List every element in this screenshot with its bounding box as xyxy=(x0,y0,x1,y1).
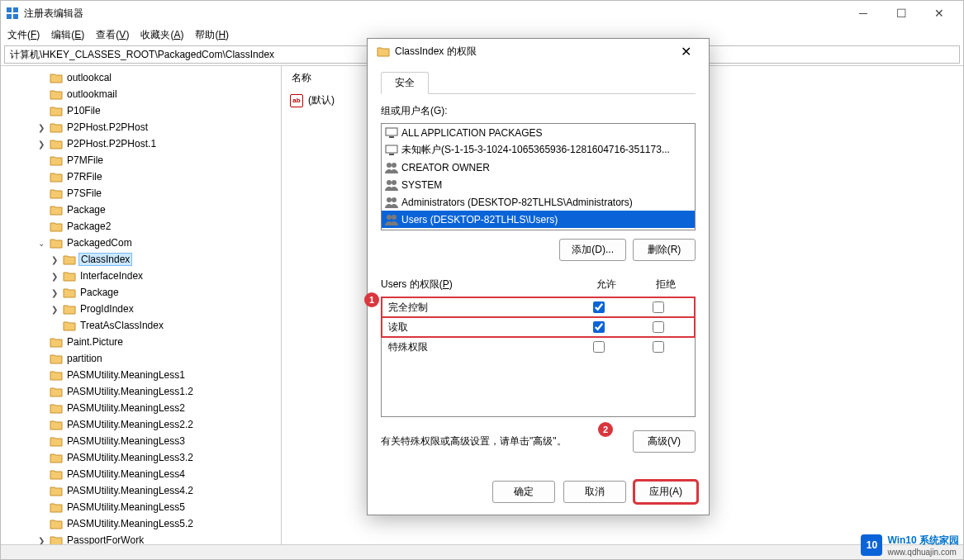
tree-item-pasmutility-meaningless3[interactable]: PASMUtility.MeaningLess3 xyxy=(2,433,279,449)
tree-item-paint-picture[interactable]: Paint.Picture xyxy=(2,334,279,350)
tree-item-label: Package xyxy=(78,287,121,298)
tree-item-passportforwork[interactable]: ❯PassportForWork xyxy=(2,532,279,544)
folder-icon xyxy=(50,519,63,529)
tree-item-p10file[interactable]: P10File xyxy=(2,102,279,119)
tree-item-treatasclassindex[interactable]: TreatAsClassIndex xyxy=(2,317,279,334)
user-list-item[interactable]: Administrators (DESKTOP-82TLHLS\Administ… xyxy=(382,193,695,211)
advanced-text: 有关特殊权限或高级设置，请单击"高级"。 xyxy=(381,434,626,448)
chevron-icon[interactable]: ❯ xyxy=(36,536,47,545)
chevron-icon[interactable]: ⌄ xyxy=(36,239,47,248)
svg-rect-1 xyxy=(13,7,18,12)
tree-item-pasmutility-meaningless1[interactable]: PASMUtility.MeaningLess1 xyxy=(2,367,279,383)
tree-item-label: outlookcal xyxy=(65,72,113,83)
chevron-icon[interactable]: ❯ xyxy=(49,255,60,264)
menu-item-3[interactable]: 收藏夹(A) xyxy=(140,28,183,42)
dialog-close-button[interactable]: ✕ xyxy=(669,40,702,63)
svg-point-13 xyxy=(392,197,397,202)
folder-icon xyxy=(50,155,63,166)
deny-checkbox[interactable] xyxy=(653,321,664,333)
tree-item-pasmutility-meaningless2[interactable]: PASMUtility.MeaningLess2 xyxy=(2,400,279,416)
folder-icon xyxy=(377,46,390,57)
maximize-button[interactable]: ☐ xyxy=(882,1,920,26)
user-list-item[interactable]: 未知帐户(S-1-15-3-1024-1065365936-1281604716… xyxy=(382,141,695,159)
chevron-icon[interactable]: ❯ xyxy=(49,305,60,314)
tree-item-interfaceindex[interactable]: ❯InterfaceIndex xyxy=(2,268,279,284)
minimize-button[interactable]: ─ xyxy=(844,1,882,26)
tree-item-partition[interactable]: partition xyxy=(2,350,279,367)
tree-item-package[interactable]: ❯Package xyxy=(2,284,279,301)
tree-item-pasmutility-meaningless5-2[interactable]: PASMUtility.MeaningLess5.2 xyxy=(2,515,279,532)
watermark: 10 Win10 系统家园 www.qdhuajin.com xyxy=(861,534,959,557)
annotation-badge-1: 1 xyxy=(364,292,379,307)
folder-icon xyxy=(50,387,63,397)
tree-item-label: P7RFile xyxy=(65,171,104,183)
allow-checkbox[interactable] xyxy=(593,321,605,333)
tree-item-p2phost-p2phost[interactable]: ❯P2PHost.P2PHost xyxy=(2,119,279,135)
deny-checkbox[interactable] xyxy=(653,341,664,353)
tab-security[interactable]: 安全 xyxy=(381,72,429,94)
svg-point-15 xyxy=(392,215,397,220)
cancel-button[interactable]: 取消 xyxy=(563,481,626,503)
tree-item-classindex[interactable]: ❯ClassIndex xyxy=(2,251,279,268)
user-list-label: Administrators (DESKTOP-82TLHLS\Administ… xyxy=(401,197,633,208)
remove-button[interactable]: 删除(R) xyxy=(633,239,696,261)
permissions-header: 1 Users 的权限(P) 允许 拒绝 xyxy=(381,278,696,292)
svg-rect-3 xyxy=(13,14,18,19)
svg-point-10 xyxy=(387,180,392,185)
user-list-item[interactable]: SYSTEM xyxy=(382,176,695,193)
chevron-icon[interactable]: ❯ xyxy=(36,123,47,132)
svg-rect-2 xyxy=(7,14,12,19)
folder-icon xyxy=(50,420,63,430)
tree-item-p7sfile[interactable]: P7SFile xyxy=(2,185,279,202)
tree-item-outlookcal[interactable]: outlookcal xyxy=(2,69,279,86)
deny-checkbox[interactable] xyxy=(653,301,664,313)
tree-item-p7mfile[interactable]: P7MFile xyxy=(2,152,279,168)
tree-item-pasmutility-meaningless4-2[interactable]: PASMUtility.MeaningLess4.2 xyxy=(2,482,279,499)
chevron-icon[interactable]: ❯ xyxy=(49,272,60,281)
tree-item-label: PASMUtility.MeaningLess4 xyxy=(65,468,187,480)
tree-item-p2phost-p2phost-1[interactable]: ❯P2PHost.P2PHost.1 xyxy=(2,135,279,152)
tree-item-pasmutility-meaningless2-2[interactable]: PASMUtility.MeaningLess2.2 xyxy=(2,416,279,433)
svg-point-8 xyxy=(387,163,392,168)
tree-item-progidindex[interactable]: ❯ProgIdIndex xyxy=(2,301,279,317)
folder-icon xyxy=(50,535,63,545)
status-bar xyxy=(1,544,963,559)
tree-item-p7rfile[interactable]: P7RFile xyxy=(2,168,279,185)
tree-item-pasmutility-meaningless5[interactable]: PASMUtility.MeaningLess5 xyxy=(2,499,279,515)
allow-checkbox[interactable] xyxy=(593,301,605,313)
folder-icon xyxy=(50,337,63,348)
menu-item-4[interactable]: 帮助(H) xyxy=(195,28,229,42)
folder-icon xyxy=(63,271,76,282)
ok-button[interactable]: 确定 xyxy=(492,481,555,503)
user-list-item[interactable]: CREATOR OWNER xyxy=(382,159,695,176)
add-button[interactable]: 添加(D)... xyxy=(559,239,626,261)
tree-item-label: Package2 xyxy=(65,221,112,232)
tree-pane[interactable]: outlookcaloutlookmailP10File❯P2PHost.P2P… xyxy=(1,66,282,544)
user-list-item[interactable]: Users (DESKTOP-82TLHLS\Users) xyxy=(382,211,695,228)
close-button[interactable]: ✕ xyxy=(920,1,958,26)
apply-button[interactable]: 应用(A) xyxy=(634,481,697,503)
tree-item-pasmutility-meaningless3-2[interactable]: PASMUtility.MeaningLess3.2 xyxy=(2,449,279,466)
tree-item-package2[interactable]: Package2 xyxy=(2,218,279,235)
chevron-icon[interactable]: ❯ xyxy=(36,140,47,149)
menu-item-0[interactable]: 文件(F) xyxy=(7,28,40,42)
tree-item-label: P2PHost.P2PHost xyxy=(65,121,150,133)
default-value-name: (默认) xyxy=(308,93,335,107)
menu-item-1[interactable]: 编辑(E) xyxy=(51,28,84,42)
menu-item-2[interactable]: 查看(V) xyxy=(96,28,129,42)
tree-item-pasmutility-meaningless4[interactable]: PASMUtility.MeaningLess4 xyxy=(2,466,279,482)
tree-item-outlookmail[interactable]: outlookmail xyxy=(2,86,279,102)
app-icon xyxy=(6,7,19,20)
folder-icon xyxy=(50,403,63,414)
allow-checkbox[interactable] xyxy=(593,341,605,353)
tree-item-pasmutility-meaningless1-2[interactable]: PASMUtility.MeaningLess1.2 xyxy=(2,383,279,400)
tree-item-packagedcom[interactable]: ⌄PackagedCom xyxy=(2,235,279,251)
advanced-button[interactable]: 高级(V) xyxy=(633,430,696,453)
user-list-item[interactable]: ALL APPLICATION PACKAGES xyxy=(382,124,695,141)
tree-item-package[interactable]: Package xyxy=(2,202,279,218)
dialog-title-bar: ClassIndex 的权限 ✕ xyxy=(368,39,709,64)
svg-point-9 xyxy=(392,163,397,168)
tree-item-label: Paint.Picture xyxy=(65,336,125,348)
chevron-icon[interactable]: ❯ xyxy=(49,288,60,297)
users-list[interactable]: ALL APPLICATION PACKAGES未知帐户(S-1-15-3-10… xyxy=(381,123,696,230)
